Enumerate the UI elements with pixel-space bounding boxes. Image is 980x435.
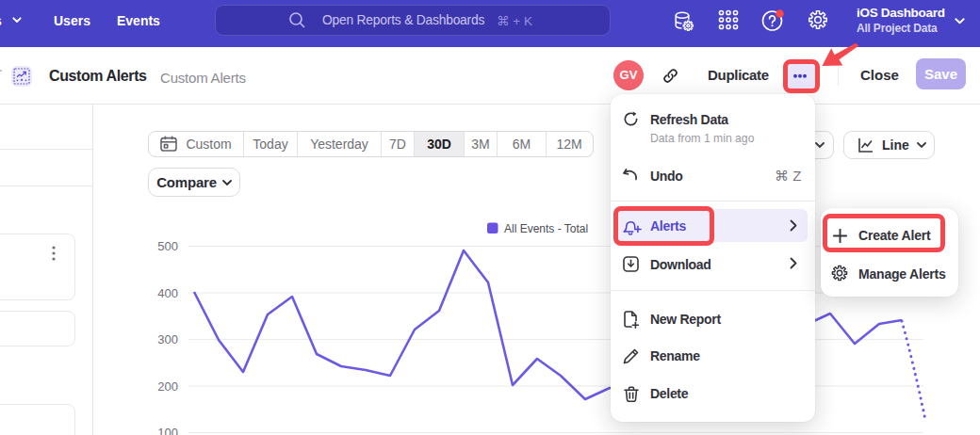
svg-text:200: 200 xyxy=(157,379,178,394)
svg-text:All Events - Total: All Events - Total xyxy=(504,222,588,235)
svg-text:400: 400 xyxy=(157,286,178,300)
svg-text:300: 300 xyxy=(157,332,178,346)
svg-text:500: 500 xyxy=(157,239,178,253)
svg-text:100: 100 xyxy=(157,426,178,435)
